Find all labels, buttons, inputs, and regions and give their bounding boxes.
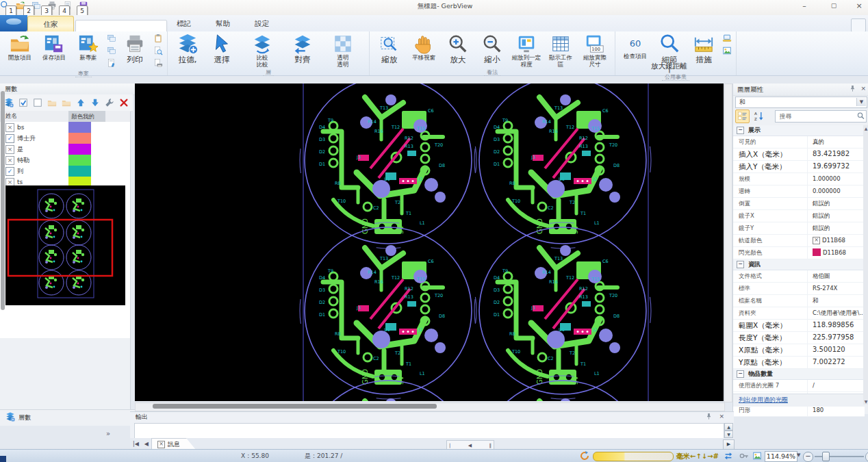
ribbon-button-ruler-measure[interactable]: 措施	[687, 33, 721, 64]
panel-close-icon[interactable]: ×	[860, 85, 866, 94]
output-log[interactable]	[134, 423, 724, 439]
gerber-viewport[interactable]: T9D4D3D2D1R14R16J3R12R13T15T13C6T20D8R8T…	[135, 84, 724, 401]
collapse-icon[interactable]: −	[737, 370, 744, 378]
property-value[interactable]: /	[808, 380, 865, 392]
tab-home[interactable]: 住家	[27, 16, 74, 32]
property-row[interactable]: 迴轉0.000000	[733, 185, 865, 198]
property-row[interactable]: Y原點（毫米）7.002272	[733, 357, 865, 369]
layer-row-博士升[interactable]: ✓博士升	[0, 133, 130, 144]
property-search[interactable]	[775, 110, 867, 123]
checkbox-checked-icon[interactable]	[17, 97, 29, 109]
tab-help[interactable]: 幫助	[209, 16, 237, 31]
layers-small-icon[interactable]	[107, 34, 116, 44]
flash-color-swatch[interactable]	[813, 248, 821, 256]
vertical-scrollbar-thumb[interactable]	[1, 91, 5, 310]
ribbon-button-inspect-count[interactable]: 60檢查項目	[618, 33, 652, 60]
layer-visibility-checkbox[interactable]: ✓	[5, 134, 14, 143]
property-value[interactable]: 1.000000	[808, 173, 865, 185]
layer-row-是[interactable]: ×是	[0, 144, 130, 155]
ribbon-button-layers-add[interactable]: 拉德,	[170, 33, 205, 64]
picture-icon[interactable]	[752, 451, 762, 462]
ribbon-button-printer[interactable]: 列印	[118, 33, 152, 64]
property-value[interactable]: 格伯圖	[808, 270, 865, 282]
arrow-up-icon[interactable]	[75, 97, 86, 109]
property-search-input[interactable]	[778, 112, 856, 121]
zoom-level-readout[interactable]: 114.94%	[765, 451, 797, 462]
tab-settings[interactable]: 設定	[248, 16, 276, 31]
property-value[interactable]: 錯誤的	[808, 210, 865, 222]
section-header-物品數量[interactable]: −物品數量	[733, 369, 865, 380]
property-value[interactable]: 7.002272	[808, 357, 865, 368]
property-value[interactable]: 118.989856	[808, 320, 865, 331]
restore-button[interactable]: ▢	[824, 1, 844, 12]
ribbon-button-layers-sync[interactable]: 比較 比較	[239, 33, 285, 68]
layer-visibility-checkbox[interactable]: ×	[5, 156, 14, 165]
property-value[interactable]: 0.000000	[808, 185, 865, 197]
spin-up-icon[interactable]: ▲	[724, 423, 733, 431]
property-value[interactable]: 3.500120	[808, 344, 865, 356]
properties-scrollbar[interactable]: ▲ ▼	[863, 125, 868, 405]
property-row[interactable]: 鏡子X錯誤的	[733, 210, 865, 222]
arrow-down-icon[interactable]	[89, 97, 101, 109]
nav-prev-icon[interactable]: ◀	[142, 441, 151, 447]
property-value[interactable]: 和	[808, 295, 865, 307]
categorize-button[interactable]	[735, 110, 750, 123]
property-value[interactable]: 錯誤的	[808, 222, 865, 234]
section-header-展示[interactable]: −展示	[733, 125, 865, 136]
overview-thumbnail[interactable]	[5, 185, 125, 305]
property-value[interactable]: ×D11B68	[808, 235, 865, 246]
output-close-icon[interactable]: ×	[719, 413, 724, 422]
doc-print-icon[interactable]	[153, 58, 163, 69]
property-value[interactable]: 錯誤的	[808, 198, 865, 209]
property-value[interactable]: 83.421982	[808, 149, 865, 160]
layer-color-swatch[interactable]	[68, 155, 91, 166]
doc-zoom-icon[interactable]	[153, 46, 163, 57]
ribbon-button-zoom-out[interactable]: 縮小	[475, 33, 509, 64]
collapse-icon[interactable]: −	[737, 261, 744, 268]
output-play-icon[interactable]: ▶	[723, 439, 735, 450]
ribbon-button-zoom-window[interactable]: 縮放	[372, 33, 407, 64]
folder-faded-icon[interactable]	[60, 97, 72, 109]
vertical-scrollbar[interactable]	[724, 84, 732, 402]
spin-down-icon[interactable]: ▼	[724, 431, 733, 438]
layer-color-swatch[interactable]	[68, 133, 91, 144]
ribbon-button-zoom-in[interactable]: 放大	[441, 33, 475, 64]
zoom-out-button[interactable]: −	[803, 452, 813, 462]
checkbox-empty-icon[interactable]	[31, 97, 43, 109]
ribbon-button-grid-area[interactable]: 顯示工作 區	[544, 33, 578, 68]
layer-color-swatch[interactable]	[68, 122, 91, 133]
property-row[interactable]: 可見的真的	[733, 136, 865, 149]
doc-edit-icon[interactable]	[107, 58, 116, 69]
collapse-icon[interactable]: −	[737, 127, 744, 134]
minimize-button[interactable]: –	[794, 1, 815, 12]
ribbon-button-monitor-zoom[interactable]: 縮放到一定 程度	[509, 33, 544, 68]
property-row[interactable]: 插入X（毫米）83.421982	[733, 149, 865, 161]
ribbon-button-checkerboard[interactable]: 透明 透明	[320, 33, 366, 68]
property-row[interactable]: 閃光顏色D11B68	[733, 247, 865, 259]
scroll-up-icon[interactable]: ▲	[863, 126, 868, 131]
property-row[interactable]: 文件格式格伯圖	[733, 270, 865, 283]
layer-visibility-checkbox[interactable]: ×	[5, 145, 14, 154]
zoom-dropdown-icon[interactable]: ▼	[797, 452, 800, 458]
horizontal-scrollbar-thumb[interactable]	[153, 404, 437, 409]
property-row[interactable]: 使用過的光圈 7/	[733, 380, 865, 392]
property-row[interactable]: 標準RS-274X	[733, 283, 865, 295]
combobox-arrow-icon[interactable]: ▼	[856, 98, 866, 106]
property-row[interactable]: 軌道顏色×D11B68	[733, 235, 865, 247]
layer-row-bs[interactable]: ×bs	[0, 122, 130, 133]
property-row[interactable]: 鏡子Y錯誤的	[733, 222, 865, 235]
swap-arrows-icon[interactable]	[724, 451, 733, 462]
list-apertures-link[interactable]: 列出使用過的光圈	[733, 394, 868, 407]
layer-visibility-checkbox[interactable]: ✓	[5, 167, 14, 176]
property-row[interactable]: 資料夾C:\使用者\使用者\...	[733, 307, 865, 320]
property-row[interactable]: 插入Y（毫米）19.699732	[733, 161, 865, 173]
scroll-down-icon[interactable]: ▼	[863, 399, 868, 404]
laptop-icon[interactable]	[722, 34, 732, 44]
property-row[interactable]: 範圍X（毫米）118.989856	[733, 320, 865, 332]
property-value[interactable]: 19.699732	[808, 161, 865, 172]
layer-color-swatch[interactable]	[68, 166, 91, 177]
messages-tab[interactable]: × 訊息	[151, 438, 196, 450]
ribbon-button-board-new[interactable]: 新專案	[71, 33, 105, 62]
nav-first-icon[interactable]: |◀	[130, 441, 142, 447]
delete-x-icon[interactable]	[118, 97, 129, 109]
